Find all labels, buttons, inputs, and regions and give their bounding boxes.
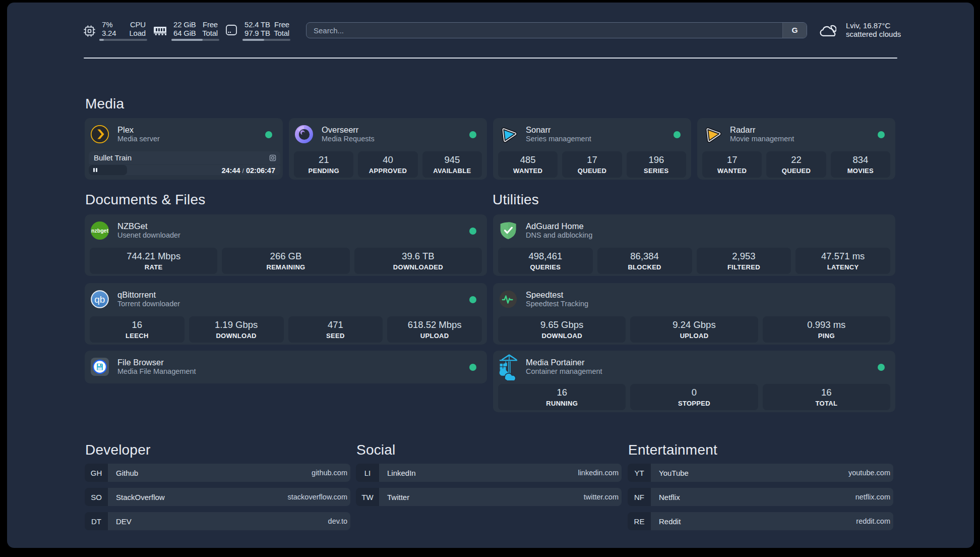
svg-text:nzbget: nzbget <box>91 228 108 234</box>
svg-text:qb: qb <box>94 294 105 305</box>
